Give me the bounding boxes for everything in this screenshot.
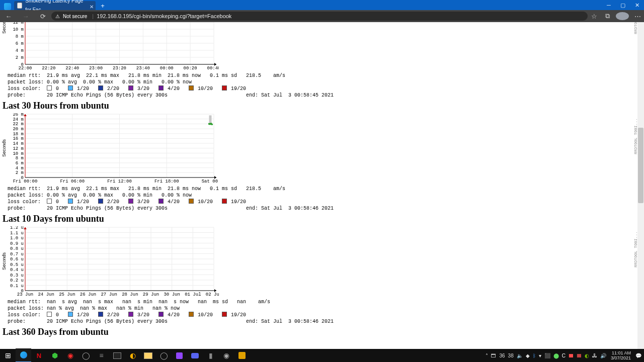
edge-logo-icon xyxy=(4,3,11,10)
svg-text:1.2 u: 1.2 u xyxy=(10,226,24,230)
collections-icon[interactable]: ⧉ xyxy=(601,12,614,20)
tray-icon-6[interactable]: ⯀ xyxy=(575,353,583,358)
svg-text:2 m: 2 m xyxy=(16,55,24,60)
chart-side-caption: RRDTOOL TOBI... xyxy=(633,231,637,267)
minimize-button[interactable]: ─ xyxy=(602,0,616,10)
svg-text:23 Jun: 23 Jun xyxy=(17,292,33,297)
tray-bluetooth-icon[interactable]: ᛒ xyxy=(531,353,537,358)
vertical-scrollbar[interactable] xyxy=(637,22,644,349)
svg-text:12 m: 12 m xyxy=(13,22,24,25)
forward-button[interactable]: → xyxy=(17,13,34,20)
svg-text:01 Jul: 01 Jul xyxy=(185,292,201,297)
close-window-button[interactable]: ✕ xyxy=(630,0,644,10)
tray-icon-3[interactable]: ⬤ xyxy=(552,353,560,358)
tab-strip: SmokePing Latency Page for Fac ✕ + ─ ▢ ✕ xyxy=(0,0,644,10)
svg-text:2 m: 2 m xyxy=(16,170,24,175)
svg-text:00:00: 00:00 xyxy=(160,66,174,71)
tray-icon-2[interactable]: ⬛ xyxy=(543,353,552,358)
browser-tab[interactable]: SmokePing Latency Page for Fac ✕ xyxy=(14,1,96,10)
tray-icon-5[interactable]: ⯀ xyxy=(567,353,575,358)
svg-text:00:40: 00:40 xyxy=(207,66,219,71)
tray-volume-icon[interactable]: 🔊 xyxy=(599,353,608,358)
nav-bar: ← → ⟳ ⚠ Not secure | 192.168.0.195/cgi-b… xyxy=(0,10,644,22)
tray-notifications-icon[interactable]: 💬 xyxy=(634,353,643,358)
security-shield-icon: ⚠ xyxy=(55,14,60,19)
svg-text:0.1 u: 0.1 u xyxy=(10,284,24,289)
tray-expand-icon[interactable]: ˄ xyxy=(484,353,490,358)
taskbar-edge-icon[interactable] xyxy=(16,348,31,362)
taskbar-app-icon-6[interactable]: ▮ xyxy=(203,349,218,362)
tray-speaker-icon[interactable]: 🔈 xyxy=(515,353,524,358)
chart-block-10d: Seconds1.2 u1.1 u1.0 u0.9 u0.8 u0.7 u0.6… xyxy=(3,226,637,325)
tray-temp-icon[interactable]: 🗔 xyxy=(490,353,498,358)
address-bar[interactable]: ⚠ Not secure | 192.168.0.195/cgi-bin/smo… xyxy=(51,12,588,21)
menu-icon[interactable]: ⋯ xyxy=(631,13,644,20)
taskbar-app-icon-5[interactable]: ◯ xyxy=(156,349,172,362)
taskbar-app-icon-3[interactable]: ≡ xyxy=(94,349,109,362)
chart-side-caption: RRDTOOL TOBI... xyxy=(633,118,637,154)
taskbar-terminal-icon[interactable] xyxy=(109,349,125,362)
chart-metadata: median rtt: nan s avg nan s max nan s mi… xyxy=(8,299,637,325)
tray-temp-1: 36 xyxy=(498,353,506,358)
svg-text:0.4 u: 0.4 u xyxy=(10,267,24,273)
taskbar-app-icon-1[interactable]: ◉ xyxy=(62,349,78,362)
svg-text:14 m: 14 m xyxy=(13,141,24,146)
chart-metadata: median rtt: 21.9 ms avg 22.1 ms max 21.8… xyxy=(8,186,637,212)
svg-text:30 Jun: 30 Jun xyxy=(164,292,180,297)
favorites-icon[interactable]: ☆ xyxy=(588,13,601,20)
taskbar-explorer-icon[interactable] xyxy=(140,349,156,362)
tray-icon-1[interactable]: ▾ xyxy=(537,353,543,358)
smokeping-chart: 26 m24 m22 m20 m18 m16 m14 m12 m10 m8 m6… xyxy=(3,113,219,186)
chart-block-3h: Seconds20 m18 m16 m14 m12 m10 m8 m6 m4 m… xyxy=(3,22,637,99)
tray-app-icon[interactable]: ◆ xyxy=(524,353,531,358)
reload-button[interactable]: ⟳ xyxy=(34,13,51,20)
chart-block-30h: Seconds26 m24 m22 m20 m18 m16 m14 m12 m1… xyxy=(3,113,637,212)
svg-text:25 Jun: 25 Jun xyxy=(59,292,75,297)
svg-text:23:20: 23:20 xyxy=(113,66,126,71)
section-title-10d: Last 10 Days from ubuntu xyxy=(3,214,637,224)
url-text: 192.168.0.195/cgi-bin/smokeping.cgi?targ… xyxy=(97,13,231,19)
svg-text:22:40: 22:40 xyxy=(65,66,79,71)
svg-text:0.5 u: 0.5 u xyxy=(10,262,24,267)
svg-text:4 m: 4 m xyxy=(16,48,24,53)
taskbar-shield-icon[interactable]: ⬢ xyxy=(47,349,62,362)
maximize-button[interactable]: ▢ xyxy=(616,0,630,10)
tab-favicon-icon xyxy=(17,3,22,9)
taskbar-app-icon-4[interactable]: ◐ xyxy=(125,349,140,362)
svg-text:22:00: 22:00 xyxy=(18,66,32,71)
svg-text:28 Jun: 28 Jun xyxy=(122,292,138,297)
back-button[interactable]: ← xyxy=(0,13,17,20)
profile-avatar-icon[interactable] xyxy=(616,12,629,20)
svg-text:0.9 u: 0.9 u xyxy=(10,241,24,246)
y-axis-label: Seconds xyxy=(2,252,7,270)
svg-text:0.2 u: 0.2 u xyxy=(10,278,24,283)
tray-nvidia-icon[interactable]: ◐ xyxy=(583,353,591,358)
tray-icon-4[interactable]: C xyxy=(560,353,567,358)
window-controls: ─ ▢ ✕ xyxy=(602,0,644,10)
clock-date: 3/07/2021 xyxy=(611,355,631,360)
taskbar-discord-icon[interactable] xyxy=(187,349,203,362)
scrollbar-thumb[interactable] xyxy=(638,128,643,203)
y-axis-label: Seconds xyxy=(2,139,7,157)
svg-text:0.6 u: 0.6 u xyxy=(10,257,24,262)
page-viewport: Seconds20 m18 m16 m14 m12 m10 m8 m6 m4 m… xyxy=(0,22,637,349)
tray-network-icon[interactable]: 🖧 xyxy=(591,353,599,358)
taskbar-netflix-icon[interactable]: N xyxy=(31,349,47,362)
taskbar-obs-icon[interactable]: ◉ xyxy=(218,349,234,362)
new-tab-button[interactable]: + xyxy=(99,2,107,10)
svg-text:26 Jun: 26 Jun xyxy=(80,292,96,297)
taskbar-clock[interactable]: 11:01 AM 3/07/2021 xyxy=(608,350,634,360)
svg-text:0.8 u: 0.8 u xyxy=(10,246,24,251)
svg-text:12 m: 12 m xyxy=(13,146,24,151)
svg-text:4 m: 4 m xyxy=(16,166,24,171)
svg-text:Fri 12:00: Fri 12:00 xyxy=(107,179,132,184)
clock-time: 11:01 AM xyxy=(611,350,631,355)
svg-text:24 m: 24 m xyxy=(13,117,24,122)
svg-text:Sat 00:00: Sat 00:00 xyxy=(202,179,219,184)
svg-text:16 m: 16 m xyxy=(13,136,24,141)
svg-text:6 m: 6 m xyxy=(16,41,24,46)
taskbar-app-icon-2[interactable]: ◯ xyxy=(78,349,94,362)
taskbar-twitch-icon[interactable] xyxy=(172,349,187,362)
start-button[interactable]: ⊞ xyxy=(0,349,16,362)
taskbar-app-icon-7[interactable] xyxy=(234,349,250,362)
